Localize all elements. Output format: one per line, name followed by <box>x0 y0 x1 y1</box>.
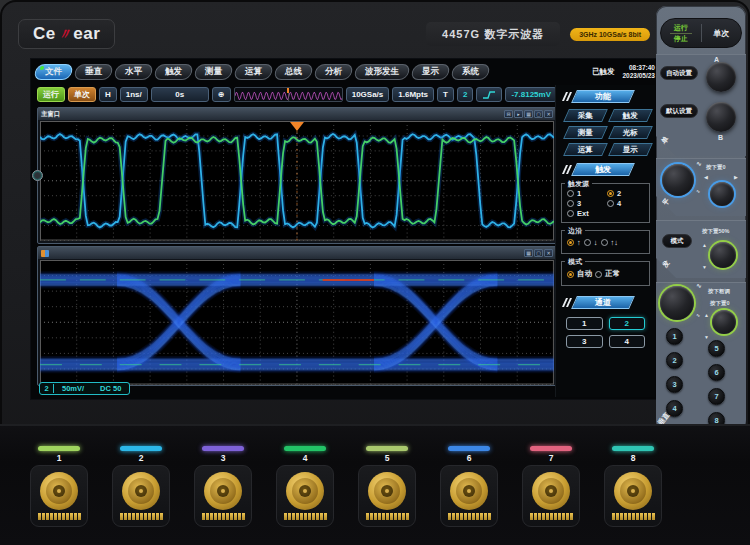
bnc-channel-7: 7 <box>516 446 586 527</box>
trigger-level-badge[interactable]: -7.8125mV <box>505 87 557 102</box>
main-waveform-window: 主窗口 ⊟▸▦▢✕ <box>37 107 557 244</box>
trigger-mode-button[interactable]: 模式 <box>662 234 692 248</box>
horizontal-scale-knob[interactable] <box>662 164 694 196</box>
trigger-source-option-3[interactable]: 3 <box>567 199 605 208</box>
pad <box>156 513 159 520</box>
bnc-connector-5[interactable] <box>358 465 416 527</box>
main-window-control-5[interactable]: ✕ <box>544 110 553 118</box>
run-status-badge[interactable]: 运行 <box>37 87 65 102</box>
channel-key-5[interactable]: 5 <box>708 340 725 357</box>
eye-window-control-1[interactable]: ▦ <box>524 249 533 257</box>
default-setup-button[interactable]: 默认设置 <box>660 104 698 118</box>
channel-key-7[interactable]: 7 <box>708 388 725 405</box>
main-window-control-1[interactable]: ⊟ <box>504 110 513 118</box>
function-button-6[interactable]: 显示 <box>608 143 652 156</box>
eye-plot-area[interactable] <box>40 260 554 383</box>
bnc-connector-2[interactable] <box>112 465 170 527</box>
timebase-badge[interactable]: 1ns/ <box>120 87 148 102</box>
single-button[interactable]: 单次 <box>702 28 742 39</box>
menu-knob-b[interactable] <box>706 102 736 132</box>
menu-tab-1[interactable]: 文件 <box>33 64 74 80</box>
menu-tab-10[interactable]: 显示 <box>410 64 451 80</box>
bnc-contact-pads <box>202 513 245 520</box>
screen-channel-button-3[interactable]: 3 <box>566 335 603 348</box>
screen-channel-button-1[interactable]: 1 <box>566 317 603 330</box>
edge-option-2[interactable]: ↓ <box>584 238 598 247</box>
pad <box>148 513 151 520</box>
trigger-source-option-2[interactable]: 2 <box>607 189 645 198</box>
bnc-connector-7[interactable] <box>522 465 580 527</box>
mode-option-2[interactable]: 正常 <box>595 269 620 279</box>
menu-knob-a[interactable] <box>706 62 736 92</box>
channel-key-3[interactable]: 3 <box>666 376 683 393</box>
run-stop-button[interactable]: 运行 停止 <box>661 24 701 43</box>
vertical-position-knob[interactable] <box>712 310 736 334</box>
edge-option-3[interactable]: ↑↓ <box>601 238 619 247</box>
bnc-connector-1[interactable] <box>30 465 88 527</box>
v-wave-small-icon: ∿ <box>696 312 700 318</box>
menu-tab-5[interactable]: 测量 <box>193 64 234 80</box>
function-button-1[interactable]: 采集 <box>563 109 607 122</box>
vertical-scale-knob[interactable] <box>660 286 694 320</box>
menu-tab-4[interactable]: 触发 <box>153 64 194 80</box>
main-window-titlebar[interactable]: 主窗口 ⊟▸▦▢✕ <box>38 108 556 120</box>
function-button-3[interactable]: 测量 <box>563 126 607 139</box>
menu-tab-9[interactable]: 波形发生 <box>353 64 411 80</box>
screen-channel-button-2[interactable]: 2 <box>609 317 646 330</box>
screen-channel-button-4[interactable]: 4 <box>609 335 646 348</box>
pad <box>74 513 77 520</box>
eye-window-control-3[interactable]: ✕ <box>544 249 553 257</box>
function-button-2[interactable]: 触发 <box>608 109 652 122</box>
main-window-control-2[interactable]: ▸ <box>514 110 523 118</box>
trigger-level-knob[interactable] <box>710 242 736 268</box>
bnc-number-5: 5 <box>385 453 390 463</box>
menu-tab-11[interactable]: 系统 <box>450 64 491 80</box>
main-window-control-3[interactable]: ▦ <box>524 110 533 118</box>
single-status-badge[interactable]: 单次 <box>68 87 96 102</box>
channel-key-1[interactable]: 1 <box>666 328 683 345</box>
function-button-5[interactable]: 运算 <box>563 143 607 156</box>
bnc-connector-3[interactable] <box>194 465 252 527</box>
channel-key-6[interactable]: 6 <box>708 364 725 381</box>
status-bar: 运行 单次 H 1ns/ 0s ⊕ 10GSa/s 1.6Mpts T 2 -7… <box>37 85 557 104</box>
menu-tab-8[interactable]: 分析 <box>313 64 354 80</box>
mode-option-1[interactable]: 自动 <box>567 269 592 279</box>
pad <box>206 513 209 520</box>
channel-led-3 <box>202 446 244 451</box>
menu-tab-7[interactable]: 总线 <box>273 64 314 80</box>
trigger-source-badge[interactable]: 2 <box>457 87 473 102</box>
trigger-source-option-5[interactable]: Ext <box>567 209 605 218</box>
edge-option-1[interactable]: ↑ <box>567 238 581 247</box>
spec-badge: 3GHz 10GSa/s 8bit <box>570 28 650 41</box>
trigger-slope-icon[interactable] <box>476 87 502 102</box>
main-plot-area[interactable] <box>40 121 554 241</box>
top-bar: Ce 〃 ear 4457G 数字示波器 3GHz 10GSa/s 8bit <box>18 14 650 54</box>
channel-key-2[interactable]: 2 <box>666 352 683 369</box>
function-button-4[interactable]: 光标 <box>608 126 652 139</box>
eye-window-control-2[interactable]: ▢ <box>534 249 543 257</box>
pad <box>386 513 389 520</box>
pad <box>378 513 381 520</box>
bnc-connector-8[interactable] <box>604 465 662 527</box>
h-position-badge[interactable]: 0s <box>151 87 209 102</box>
menu-tab-6[interactable]: 运算 <box>233 64 274 80</box>
trigger-source-option-4[interactable]: 4 <box>607 199 645 208</box>
zoom-magnifier-icon[interactable]: ⊕ <box>212 87 231 102</box>
auto-setup-button[interactable]: 自动设置 <box>660 66 698 80</box>
eye-window-titlebar[interactable]: ▦▢✕ <box>38 247 556 259</box>
eye-window-controls: ▦▢✕ <box>524 249 553 257</box>
pad <box>534 513 537 520</box>
bnc-connector-4[interactable] <box>276 465 334 527</box>
trigger-source-radio-dot-1 <box>567 190 574 197</box>
channel-info-badge[interactable]: 2 50mV/ DC 50 <box>39 382 130 395</box>
menu-bar: 文件垂直水平触发测量运算总线分析波形发生显示系统 已触发 08:37:40 20… <box>35 61 655 83</box>
menu-tab-3[interactable]: 水平 <box>113 64 154 80</box>
trigger-source-option-1[interactable]: 1 <box>567 189 605 198</box>
right-control-panel: 运行 停止 单次 自动设置 A 默认设置 B 菜单 ∿ <box>656 6 746 430</box>
menu-tab-2[interactable]: 垂直 <box>73 64 114 80</box>
waveform-preview[interactable] <box>234 87 343 102</box>
pad <box>370 513 373 520</box>
horizontal-position-knob[interactable] <box>710 182 734 206</box>
main-window-control-4[interactable]: ▢ <box>534 110 543 118</box>
bnc-connector-6[interactable] <box>440 465 498 527</box>
